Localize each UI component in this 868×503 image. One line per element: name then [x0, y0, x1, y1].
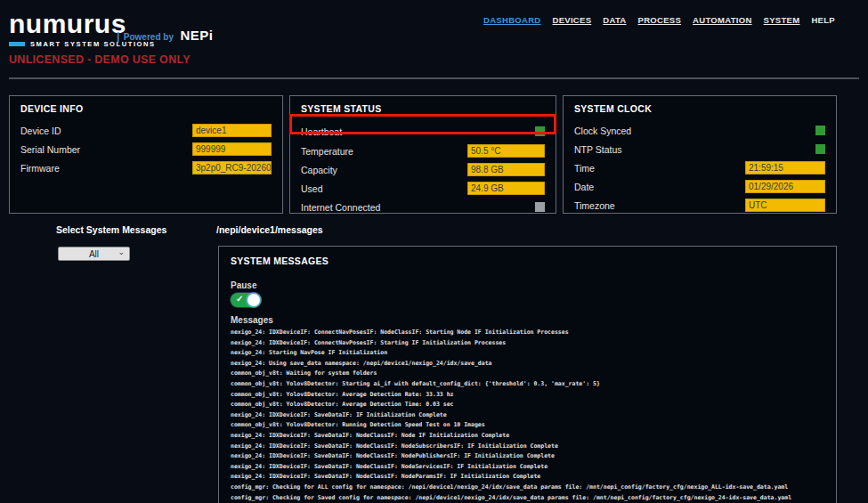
system-messages-title: SYSTEM MESSAGES — [231, 256, 824, 266]
system-messages-select[interactable]: All ⌄ — [58, 247, 130, 261]
header-divider — [9, 77, 859, 79]
system-status-panel: SYSTEM STATUS Heartbeat Temperature 50.5… — [289, 95, 556, 214]
temperature-field: 50.5 °C — [467, 144, 545, 158]
log-line: nexigo_24: IDXDeviceIF: SaveDataIF: Node… — [231, 462, 824, 473]
log-line: nexigo_24: IDXDeviceIF: SaveDataIF: Node… — [231, 451, 824, 462]
time-field[interactable]: 21:59:15 — [745, 161, 825, 174]
time-label: Time — [574, 163, 595, 174]
device-id-label: Device ID — [20, 126, 61, 136]
system-clock-panel: SYSTEM CLOCK Clock Synced NTP Status Tim… — [563, 95, 837, 214]
heartbeat-label: Heartbeat — [301, 126, 342, 137]
log-line: common_obj_v8t: Yolov8Detector: Average … — [231, 390, 824, 401]
log-line: config_mgr: Checking for ALL config for … — [231, 483, 824, 493]
log-line: config_mgr: Checking for Saved config fo… — [231, 493, 824, 503]
serial-number-label: Serial Number — [20, 144, 80, 155]
clock-synced-indicator — [815, 126, 825, 135]
license-notice: UNLICENSED - DEMO USE ONLY — [9, 53, 191, 66]
pause-label: Pause — [231, 280, 824, 290]
nav-automation[interactable]: AUTOMATION — [693, 15, 752, 25]
nav-data[interactable]: DATA — [603, 15, 626, 25]
powered-divider: | — [117, 30, 119, 43]
log-line: nexigo_24: IDXDeviceIF: ConnectNavPosesI… — [231, 328, 824, 338]
heartbeat-status-indicator — [535, 126, 545, 136]
clock-synced-label: Clock Synced — [574, 126, 631, 136]
system-status-title: SYSTEM STATUS — [301, 103, 545, 114]
device-info-panel: DEVICE INFO Device ID device1 Serial Num… — [9, 95, 283, 214]
nav-system[interactable]: SYSTEM — [764, 15, 800, 25]
log-line: nexigo_24: IDXDeviceIF: SaveDataIF: Node… — [231, 442, 824, 452]
nav-dashboard[interactable]: DASHBOARD — [483, 15, 540, 25]
log-line: nexigo_24: IDXDeviceIF: ConnectNavPosesI… — [231, 338, 824, 349]
internet-status-indicator — [535, 202, 545, 212]
date-label: Date — [574, 182, 594, 192]
temperature-label: Temperature — [301, 146, 353, 157]
log-line: nexigo_24: IDXDeviceIF: SaveDataIF: IF I… — [231, 410, 824, 421]
check-icon: ✓ — [236, 294, 243, 304]
log-line: common_obj_v8t: Yolov8Detector: Running … — [231, 420, 824, 431]
timezone-label: Timezone — [574, 200, 615, 211]
nav-help[interactable]: HELP — [811, 15, 835, 25]
nav-devices[interactable]: DEVICES — [553, 15, 592, 25]
log-line: nexigo_24: Starting NavPose IF Initializ… — [231, 348, 824, 359]
capacity-label: Capacity — [301, 165, 337, 175]
serial-number-field[interactable]: 999999 — [192, 142, 272, 156]
system-messages-panel: SYSTEM MESSAGES Pause ✓ Messages nexigo_… — [218, 246, 837, 503]
pause-toggle[interactable]: ✓ — [231, 293, 261, 307]
used-field: 24.9 GB — [467, 182, 545, 195]
select-value: All — [89, 249, 99, 259]
main-nav: DASHBOARD DEVICES DATA PROCESS AUTOMATIO… — [483, 15, 835, 25]
log-line: nexigo_24: IDXDeviceIF: SaveDataIF: Node… — [231, 431, 824, 442]
log-line: common_obj_v8t: Yolov8Detector: Average … — [231, 400, 824, 410]
log-line: common_obj_v8t: Yolov8Detector: Starting… — [231, 379, 824, 390]
namespace-path: /nepi/device1/messages — [216, 224, 323, 235]
toggle-knob[interactable] — [247, 294, 260, 306]
firmware-field[interactable]: 3p2p0_RC9-20260129-11: — [192, 161, 272, 174]
select-system-messages-label: Select System Messages — [56, 224, 166, 235]
ntp-status-indicator — [815, 144, 825, 154]
capacity-field: 98.8 GB — [467, 163, 545, 176]
firmware-label: Firmware — [20, 163, 60, 174]
powered-by-label: Powered by — [124, 32, 174, 42]
chevron-down-icon: ⌄ — [118, 247, 125, 256]
log-line: common_obj_v8t: Waiting for system folde… — [231, 369, 824, 379]
date-field[interactable]: 01/29/2026 — [745, 180, 825, 193]
device-info-title: DEVICE INFO — [20, 103, 272, 114]
ntp-status-label: NTP Status — [574, 144, 622, 155]
used-label: Used — [301, 183, 323, 194]
messages-label: Messages — [231, 315, 824, 325]
nepi-logo: NEPi — [180, 28, 213, 43]
log-output: nexigo_24: IDXDeviceIF: ConnectNavPosesI… — [231, 328, 824, 503]
nav-process[interactable]: PROCESS — [638, 15, 682, 25]
internet-connected-label: Internet Connected — [301, 202, 380, 213]
log-line: nexigo_24: IDXDeviceIF: SaveDataIF: Node… — [231, 472, 824, 483]
brand-dash-icon — [9, 42, 25, 46]
timezone-field[interactable]: UTC — [745, 199, 825, 212]
log-line: nexigo_24: Using save_data namespace: /n… — [231, 359, 824, 369]
powered-by-nepi: | Powered by NEPi — [117, 28, 213, 44]
device-id-field[interactable]: device1 — [192, 124, 272, 137]
system-clock-title: SYSTEM CLOCK — [574, 103, 825, 114]
